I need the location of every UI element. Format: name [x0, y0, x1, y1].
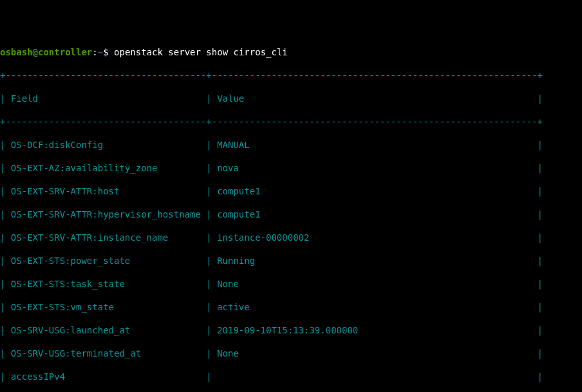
table-row: | accessIPv4 | | — [0, 371, 582, 382]
table-body: | OS-DCF:diskConfig | MANUAL | | OS-EXT-… — [0, 139, 582, 392]
table-row: | OS-SRV-USG:launched_at | 2019-09-10T15… — [0, 324, 582, 336]
prompt-path: ~ — [98, 47, 103, 57]
prompt-dollar: $ — [103, 47, 108, 57]
prompt-host: controller — [38, 47, 92, 57]
prompt-at: @ — [33, 47, 38, 57]
table-row: | OS-EXT-SRV-ATTR:instance_name | instan… — [0, 232, 582, 243]
table-row: | OS-EXT-STS:task_state | None | — [0, 278, 582, 290]
table-row: | OS-EXT-AZ:availability_zone | nova | — [0, 162, 582, 174]
table-header-row: | Field | Value | — [0, 93, 582, 104]
table-row: | OS-EXT-SRV-ATTR:host | compute1 | — [0, 185, 582, 197]
table-border-top: +-------------------------------------+-… — [0, 70, 582, 81]
table-row: | OS-DCF:diskConfig | MANUAL | — [0, 139, 582, 151]
table-row: | OS-EXT-SRV-ATTR:hypervisor_hostname | … — [0, 209, 582, 220]
table-border-mid: +-------------------------------------+-… — [0, 116, 582, 127]
prompt-colon: : — [92, 47, 97, 57]
table-row: | OS-EXT-STS:vm_state | active | — [0, 301, 582, 313]
table-row: | OS-SRV-USG:terminated_at | None | — [0, 348, 582, 359]
table-row: | OS-EXT-STS:power_state | Running | — [0, 255, 582, 266]
prompt-line[interactable]: osbash@controller:~$ openstack server sh… — [0, 46, 582, 58]
prompt-user: osbash — [0, 47, 33, 57]
command-text: openstack server show cirros_cli — [114, 47, 288, 57]
